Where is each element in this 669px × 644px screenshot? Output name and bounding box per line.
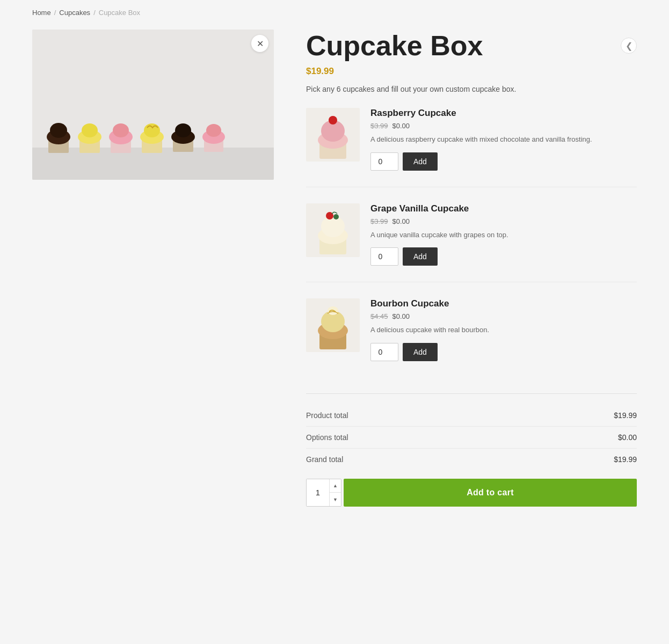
nav-back-button[interactable]: ❮ bbox=[621, 38, 637, 54]
cupcake-image-raspberry bbox=[306, 108, 360, 162]
cupcake-items-list: Raspberry Cupcake $3.99 $0.00 A deliciou… bbox=[306, 108, 637, 377]
product-title: Cupcake Box bbox=[306, 30, 483, 62]
totals-section: Product total $19.99 Options total $0.00… bbox=[306, 393, 637, 470]
cupcake-desc-raspberry: A delicious raspberry cupcake with mixed… bbox=[370, 134, 637, 145]
cupcake-desc-grape-vanilla: A unique vanilla cupcake with grapes on … bbox=[370, 230, 637, 240]
cupcake-add-row-raspberry: Add bbox=[370, 152, 637, 171]
product-price: $19.99 bbox=[306, 66, 637, 77]
cupcake-pricing-bourbon: $4.45 $0.00 bbox=[370, 312, 637, 320]
product-description: Pick any 6 cupcakes and fill out your ow… bbox=[306, 83, 637, 95]
grand-total-value: $19.99 bbox=[614, 455, 637, 464]
cupcake-add-button-bourbon[interactable]: Add bbox=[403, 343, 438, 361]
cart-qty-down-button[interactable]: ▼ bbox=[330, 493, 341, 506]
arrow-down-icon: ▼ bbox=[333, 497, 338, 502]
cupcake-qty-bourbon[interactable] bbox=[370, 343, 398, 361]
cupcake-sale-price-grape-vanilla: $0.00 bbox=[392, 217, 410, 225]
product-image bbox=[32, 30, 274, 180]
cupcake-info-grape-vanilla: Grape Vanilla Cupcake $3.99 $0.00 A uniq… bbox=[370, 203, 637, 266]
cupcake-info-bourbon: Bourbon Cupcake $4.45 $0.00 A delicious … bbox=[370, 298, 637, 361]
cupcake-pricing-raspberry: $3.99 $0.00 bbox=[370, 122, 637, 130]
breadcrumb-cupcakes[interactable]: Cupcakes bbox=[59, 9, 90, 17]
cupcake-original-price-bourbon: $4.45 bbox=[370, 312, 388, 320]
cupcake-sale-price-bourbon: $0.00 bbox=[392, 312, 410, 320]
cupcake-item-grape-vanilla: Grape Vanilla Cupcake $3.99 $0.00 A uniq… bbox=[306, 203, 637, 283]
breadcrumb-sep-1: / bbox=[54, 9, 56, 17]
breadcrumb: Home / Cupcakes / Cupcake Box bbox=[32, 9, 637, 17]
product-image-wrapper: ✕ bbox=[32, 30, 274, 180]
cupcake-sale-price-raspberry: $0.00 bbox=[392, 122, 410, 130]
cupcake-original-price-raspberry: $3.99 bbox=[370, 122, 388, 130]
cupcake-name-raspberry: Raspberry Cupcake bbox=[370, 108, 637, 119]
cupcake-info-raspberry: Raspberry Cupcake $3.99 $0.00 A deliciou… bbox=[370, 108, 637, 171]
back-icon: ❮ bbox=[626, 41, 632, 51]
grand-total-row: Grand total $19.99 bbox=[306, 449, 637, 470]
product-details-column: Cupcake Box ❮ $19.99 Pick any 6 cupcakes… bbox=[306, 30, 637, 507]
cupcake-image-grape-vanilla bbox=[306, 203, 360, 257]
arrow-up-icon: ▲ bbox=[333, 483, 338, 488]
cupcake-desc-bourbon: A delicious cupcake with real bourbon. bbox=[370, 325, 637, 335]
cupcake-add-button-grape-vanilla[interactable]: Add bbox=[403, 247, 438, 266]
cupcake-qty-grape-vanilla[interactable] bbox=[370, 247, 398, 266]
options-total-row: Options total $0.00 bbox=[306, 427, 637, 449]
svg-point-19 bbox=[206, 124, 221, 137]
options-total-value: $0.00 bbox=[618, 433, 637, 442]
cupcake-add-row-bourbon: Add bbox=[370, 343, 637, 361]
cupcake-add-row-grape-vanilla: Add bbox=[370, 247, 637, 266]
cart-qty-stepper: 1 ▲ ▼ bbox=[306, 479, 341, 507]
breadcrumb-current: Cupcake Box bbox=[99, 9, 140, 17]
svg-point-16 bbox=[175, 123, 191, 137]
svg-point-4 bbox=[50, 123, 67, 138]
grand-total-label: Grand total bbox=[306, 455, 343, 464]
cupcake-item-raspberry: Raspberry Cupcake $3.99 $0.00 A deliciou… bbox=[306, 108, 637, 187]
cart-qty-arrows: ▲ ▼ bbox=[329, 479, 341, 506]
product-total-row: Product total $19.99 bbox=[306, 405, 637, 427]
cupcake-name-bourbon: Bourbon Cupcake bbox=[370, 298, 637, 309]
breadcrumb-home[interactable]: Home bbox=[32, 9, 51, 17]
cupcake-pricing-grape-vanilla: $3.99 $0.00 bbox=[370, 217, 637, 225]
cupcake-item-bourbon: Bourbon Cupcake $4.45 $0.00 A delicious … bbox=[306, 298, 637, 377]
product-total-value: $19.99 bbox=[614, 411, 637, 420]
cart-qty-display: 1 bbox=[307, 479, 329, 506]
cupcake-original-price-grape-vanilla: $3.99 bbox=[370, 217, 388, 225]
svg-point-13 bbox=[144, 123, 160, 137]
cart-qty-up-button[interactable]: ▲ bbox=[330, 479, 341, 493]
svg-point-29 bbox=[333, 214, 339, 219]
product-total-label: Product total bbox=[306, 411, 348, 420]
close-icon: ✕ bbox=[257, 39, 264, 49]
cupcake-qty-raspberry[interactable] bbox=[370, 152, 398, 171]
product-title-row: Cupcake Box ❮ bbox=[306, 30, 637, 62]
svg-point-7 bbox=[82, 123, 98, 137]
svg-point-27 bbox=[321, 216, 345, 237]
svg-point-10 bbox=[113, 123, 129, 137]
add-to-cart-section: 1 ▲ ▼ Add to cart bbox=[306, 479, 637, 507]
cupcake-add-button-raspberry[interactable]: Add bbox=[403, 152, 438, 171]
product-image-column: ✕ bbox=[32, 30, 274, 180]
image-close-button[interactable]: ✕ bbox=[251, 35, 268, 52]
svg-point-23 bbox=[329, 116, 337, 125]
cupcake-name-grape-vanilla: Grape Vanilla Cupcake bbox=[370, 203, 637, 214]
options-total-label: Options total bbox=[306, 433, 348, 442]
breadcrumb-sep-2: / bbox=[93, 9, 96, 17]
add-to-cart-button[interactable]: Add to cart bbox=[344, 479, 637, 507]
cupcake-image-bourbon bbox=[306, 298, 360, 352]
